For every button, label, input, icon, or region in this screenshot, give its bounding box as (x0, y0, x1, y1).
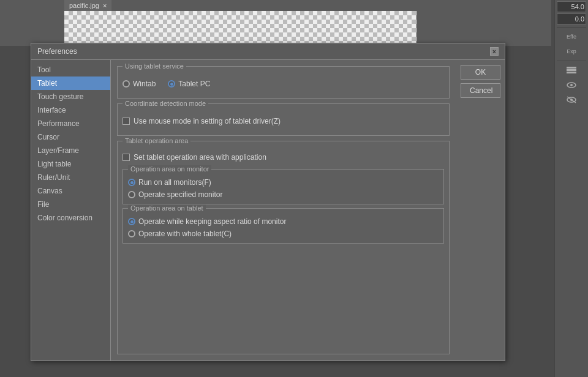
canvas-tab-label: pacific.jpg (69, 2, 99, 9)
monitor-area-legend: Operation area on monitor (128, 165, 211, 173)
wintab-label: Wintab (133, 80, 156, 88)
sidebar-item-tablet[interactable]: Tablet (31, 77, 110, 90)
run-all-monitors-label: Run on all monitors(F) (138, 178, 211, 187)
canvas-tab[interactable]: pacific.jpg × (64, 0, 111, 11)
sidebar-item-cursor[interactable]: Cursor (31, 130, 110, 144)
cancel-button[interactable]: Cancel (461, 83, 500, 98)
tablet-operation-content: Set tablet operation area with applicati… (123, 149, 444, 244)
mouse-mode-label: Use mouse mode in setting of tablet driv… (134, 117, 281, 125)
effects-icon[interactable]: Effe (557, 30, 586, 43)
canvas-preview (64, 11, 417, 46)
tablet-pc-label: Tablet PC (178, 80, 210, 88)
monitor-area-section: Operation area on monitor Run on all mon… (123, 169, 444, 204)
mouse-mode-checkbox-option[interactable]: Use mouse mode in setting of tablet driv… (123, 117, 444, 125)
tablet-operation-section: Tablet operation area Set tablet operati… (117, 141, 450, 354)
run-all-monitors-radio[interactable] (128, 179, 135, 186)
tablet-operation-legend: Tablet operation area (123, 137, 190, 144)
whole-tablet-label: Operate with whole tablet(C) (138, 230, 232, 238)
coordinate-detection-legend: Coordinate detection mode (123, 100, 208, 107)
dialog-action-buttons: OK Cancel (456, 60, 505, 360)
set-tablet-area-label: Set tablet operation area with applicati… (134, 153, 266, 162)
divider2 (557, 61, 586, 61)
sidebar-item-interface[interactable]: Interface (31, 103, 110, 117)
layers-icon[interactable] (557, 64, 586, 77)
preferences-dialog-overlay: Preferences × ToolTabletTouch gestureInt… (31, 43, 505, 361)
sidebar-item-layer-frame[interactable]: Layer/Frame (31, 144, 110, 157)
wintab-radio[interactable] (123, 80, 130, 88)
tablet-area-section: Operation area on tablet Operate while k… (123, 208, 444, 244)
dialog-close-button[interactable]: × (490, 47, 499, 56)
sidebar-item-color-conversion[interactable]: Color conversion (31, 211, 110, 225)
tablet-area-legend: Operation area on tablet (128, 204, 206, 212)
tablet-pc-option[interactable]: Tablet PC (168, 80, 210, 88)
mouse-mode-checkbox[interactable] (123, 118, 130, 125)
dialog-title: Preferences (37, 47, 77, 56)
right-panel-icons: Effe Exp (555, 0, 588, 108)
divider (557, 27, 586, 28)
eye2-icon[interactable] (557, 93, 586, 106)
sidebar-item-touch-gesture[interactable]: Touch gesture (31, 90, 110, 103)
operate-specified-option[interactable]: Operate specified monitor (128, 190, 439, 199)
svg-rect-1 (567, 69, 576, 71)
set-tablet-area-checkbox[interactable] (123, 154, 130, 161)
dialog-right: Using tablet service Wintab Tablet PC (111, 60, 505, 360)
ok-button[interactable]: OK (461, 65, 500, 80)
set-tablet-area-option[interactable]: Set tablet operation area with applicati… (123, 149, 444, 165)
operate-specified-radio[interactable] (128, 191, 135, 198)
tablet-area-options: Operate while keeping aspect ratio of mo… (128, 217, 439, 238)
dialog-main-content: Using tablet service Wintab Tablet PC (111, 60, 456, 360)
value1-input[interactable] (557, 1, 586, 12)
tablet-service-section: Using tablet service Wintab Tablet PC (117, 66, 450, 99)
sidebar: ToolTabletTouch gestureInterfacePerforma… (31, 60, 111, 360)
export-icon[interactable]: Exp (557, 45, 586, 58)
tablet-service-options: Wintab Tablet PC (123, 75, 444, 93)
svg-rect-0 (567, 67, 576, 69)
tablet-pc-radio[interactable] (168, 80, 175, 88)
sidebar-item-ruler-unit[interactable]: Ruler/Unit (31, 171, 110, 184)
operate-specified-label: Operate specified monitor (138, 190, 222, 199)
tablet-service-legend: Using tablet service (123, 62, 186, 70)
sidebar-item-tool[interactable]: Tool (31, 63, 110, 77)
keep-aspect-radio[interactable] (128, 218, 135, 225)
preferences-dialog: Preferences × ToolTabletTouch gestureInt… (31, 43, 505, 361)
sidebar-item-light-table[interactable]: Light table (31, 157, 110, 171)
dialog-titlebar: Preferences × (31, 43, 505, 60)
dialog-body: ToolTabletTouch gestureInterfacePerforma… (31, 60, 505, 360)
coordinate-detection-section: Coordinate detection mode Use mouse mode… (117, 103, 450, 136)
svg-point-4 (570, 84, 573, 86)
svg-rect-2 (567, 72, 576, 73)
keep-aspect-option[interactable]: Operate while keeping aspect ratio of mo… (128, 217, 439, 226)
sidebar-item-canvas[interactable]: Canvas (31, 184, 110, 198)
canvas-tab-close[interactable]: × (103, 2, 107, 9)
sidebar-item-file[interactable]: File (31, 198, 110, 211)
whole-tablet-radio[interactable] (128, 230, 135, 237)
monitor-area-options: Run on all monitors(F) Operate specified… (128, 178, 439, 199)
coordinate-detection-content: Use mouse mode in setting of tablet driv… (123, 112, 444, 130)
value2-input[interactable] (557, 13, 586, 24)
wintab-option[interactable]: Wintab (123, 80, 156, 88)
right-panel: Effe Exp (554, 0, 588, 377)
sidebar-item-performance[interactable]: Performance (31, 117, 110, 130)
keep-aspect-label: Operate while keeping aspect ratio of mo… (138, 217, 286, 226)
whole-tablet-option[interactable]: Operate with whole tablet(C) (128, 230, 439, 238)
eye-icon[interactable] (557, 78, 586, 92)
run-all-monitors-option[interactable]: Run on all monitors(F) (128, 178, 439, 187)
